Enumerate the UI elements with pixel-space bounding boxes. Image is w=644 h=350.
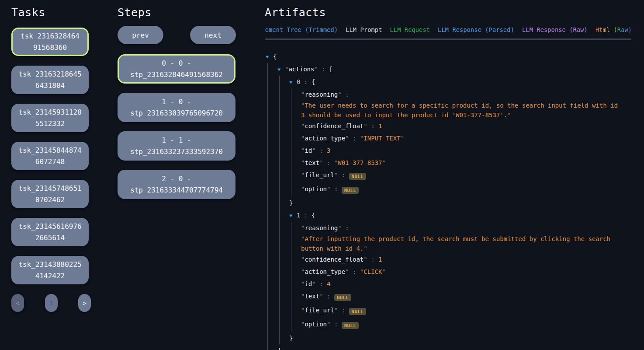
indent-guide bbox=[277, 183, 289, 197]
json-null-badge: NULL bbox=[349, 173, 366, 180]
indent-guide bbox=[277, 197, 289, 209]
json-tree-row: "The user needs to search for a specific… bbox=[266, 101, 631, 110]
indent-guide bbox=[266, 101, 277, 110]
indent-guide bbox=[277, 318, 289, 332]
step-button[interactable]: 1 - 1 - stp_231633237333592370 bbox=[118, 131, 235, 161]
indent-guide bbox=[266, 332, 277, 344]
step-id-label: 0 - 0 - stp_231632846491568362 bbox=[128, 58, 225, 80]
step-button[interactable]: 2 - 0 - stp_231633344707774794 bbox=[118, 170, 235, 199]
json-tree-row: "After inputting the product id, the sea… bbox=[266, 234, 631, 244]
json-bracket: { bbox=[312, 212, 315, 219]
json-key: action_type bbox=[305, 135, 345, 142]
tasks-prev-page-button[interactable]: < bbox=[11, 294, 24, 312]
json-string-quote: " bbox=[401, 135, 404, 142]
indent-guide bbox=[289, 110, 301, 120]
json-key: action_type bbox=[305, 268, 345, 275]
indent-guide bbox=[266, 278, 277, 290]
json-row-content: ▼0 : { bbox=[289, 76, 315, 88]
task-button[interactable]: tsk_231438802254142422 bbox=[11, 256, 89, 284]
json-number-value: 1 bbox=[378, 256, 382, 263]
task-button[interactable]: tsk_231459311205512332 bbox=[11, 104, 89, 132]
task-button[interactable]: tsk_231632186456431804 bbox=[11, 66, 89, 94]
indent-guide bbox=[289, 278, 301, 290]
indent-guide bbox=[266, 253, 277, 266]
json-row-content: ▼"actions" : [ bbox=[277, 63, 333, 76]
steps-next-button[interactable]: next bbox=[190, 26, 236, 44]
indent-guide bbox=[266, 244, 277, 253]
expand-arrow-icon[interactable]: ▼ bbox=[277, 66, 287, 73]
json-key: file_url bbox=[305, 307, 334, 314]
json-tree-row: "text" : NULL bbox=[266, 290, 631, 304]
indent-guide bbox=[277, 132, 289, 144]
json-colon: : bbox=[323, 159, 334, 166]
json-key-quote: " bbox=[312, 147, 315, 154]
json-key-quote: " bbox=[345, 268, 349, 275]
json-tree-row: } bbox=[266, 332, 631, 344]
json-key: text bbox=[305, 293, 319, 300]
step-button[interactable]: 1 - 0 - stp_231633039765096720 bbox=[118, 93, 235, 122]
indent-guide bbox=[277, 144, 289, 157]
json-key: option bbox=[305, 321, 327, 328]
json-key: option bbox=[305, 186, 327, 192]
json-colon: : bbox=[367, 122, 378, 130]
task-button[interactable]: tsk_231457486510702462 bbox=[11, 180, 89, 208]
tab-llm-prompt[interactable]: LLM Prompt bbox=[346, 26, 382, 33]
tasks-next-page-button[interactable]: > bbox=[78, 294, 91, 312]
json-tree-row: "action_type" : "INPUT_TEXT" bbox=[266, 132, 631, 144]
json-string-value: CLICK bbox=[364, 268, 382, 275]
json-key-quote: " bbox=[338, 224, 341, 231]
json-colon: : bbox=[330, 186, 341, 192]
step-id-label: 1 - 0 - stp_231633039765096720 bbox=[126, 96, 227, 119]
tab-element-tree-trimmed[interactable]: Element Tree (Trimmed) bbox=[265, 26, 338, 33]
json-number-value: 3 bbox=[327, 147, 330, 154]
json-row-content: 3 should be used to input the product id… bbox=[301, 110, 511, 120]
json-key: file_url bbox=[305, 172, 334, 178]
steps-nav: prev next bbox=[118, 26, 236, 44]
steps-title: Steps bbox=[118, 5, 236, 20]
json-row-content: "text" : "W01-377-8537" bbox=[301, 157, 386, 169]
task-button[interactable]: tsk_231632846491568360 bbox=[11, 28, 89, 56]
task-id-label: tsk_231457486510702462 bbox=[17, 183, 83, 206]
tasks-panel: Tasks tsk_231632846491568360tsk_23163218… bbox=[0, 0, 89, 350]
json-colon: : bbox=[342, 91, 349, 98]
json-colon: : bbox=[342, 224, 349, 231]
indent-guide bbox=[266, 222, 277, 234]
indent-guide bbox=[289, 244, 301, 253]
indent-guide bbox=[289, 132, 301, 144]
steps-panel: Steps prev next 0 - 0 - stp_231632846491… bbox=[118, 0, 236, 350]
json-tree-row: ▼"actions" : [ bbox=[266, 63, 631, 76]
json-row-content: ▼{ bbox=[266, 50, 277, 63]
tasks-page-number-button[interactable]: 1 bbox=[45, 294, 58, 312]
json-key: confidence_float bbox=[305, 256, 364, 263]
json-key: reasoning bbox=[305, 224, 338, 231]
json-key: actions bbox=[288, 66, 314, 73]
step-button[interactable]: 0 - 0 - stp_231632846491568362 bbox=[118, 54, 235, 84]
task-button[interactable]: tsk_231458448746072748 bbox=[11, 142, 89, 170]
steps-prev-button[interactable]: prev bbox=[118, 26, 163, 44]
tab-html-raw[interactable]: Html (Raw) bbox=[596, 26, 631, 33]
indent-guide bbox=[289, 157, 301, 169]
task-list: tsk_231632846491568360tsk_23163218645643… bbox=[11, 28, 89, 284]
tab-llm-request[interactable]: LLM Request bbox=[390, 26, 430, 33]
indent-guide bbox=[266, 344, 277, 350]
expand-arrow-icon[interactable]: ▼ bbox=[289, 79, 298, 85]
indent-guide bbox=[289, 318, 301, 332]
task-button[interactable]: tsk_231456169762665614 bbox=[11, 218, 89, 246]
tab-llm-response-parsed[interactable]: LLM Response (Parsed) bbox=[438, 26, 514, 33]
json-tree-row: "reasoning" : bbox=[266, 88, 631, 101]
indent-guide bbox=[289, 101, 301, 110]
artifacts-tab-bar[interactable]: Element Tree (Trimmed)LLM PromptLLM Requ… bbox=[265, 24, 631, 40]
task-id-label: tsk_231459311205512332 bbox=[17, 107, 83, 130]
expand-arrow-icon[interactable]: ▼ bbox=[266, 54, 275, 60]
json-row-content: "reasoning" : bbox=[301, 88, 349, 101]
json-row-content: } bbox=[289, 197, 293, 209]
tab-llm-response-raw[interactable]: LLM Response (Raw) bbox=[522, 26, 588, 33]
indent-guide bbox=[266, 157, 277, 169]
json-key-quote: " bbox=[364, 256, 367, 263]
json-colon: : bbox=[367, 256, 378, 263]
json-tree-row: "id" : 4 bbox=[266, 278, 631, 290]
json-null-badge: NULL bbox=[342, 187, 359, 194]
json-row-content: "option" : NULL bbox=[301, 318, 359, 332]
json-row-content: ▼1 : { bbox=[289, 209, 315, 222]
expand-arrow-icon[interactable]: ▼ bbox=[289, 213, 298, 219]
